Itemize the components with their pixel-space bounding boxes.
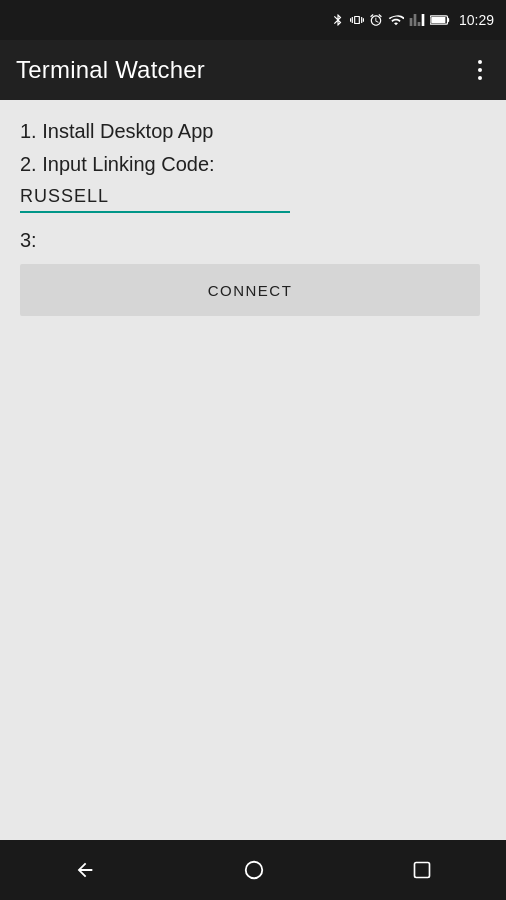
svg-rect-2 [431, 17, 445, 23]
status-icons: 10:29 [331, 12, 494, 28]
status-time: 10:29 [459, 12, 494, 28]
app-bar: Terminal Watcher [0, 40, 506, 100]
app-title: Terminal Watcher [16, 56, 205, 84]
bluetooth-icon [331, 12, 345, 28]
status-bar: 10:29 [0, 0, 506, 40]
back-icon [74, 859, 96, 881]
step3-label: 3: [20, 229, 486, 252]
home-icon [243, 859, 265, 881]
linking-code-section: 2. Input Linking Code: [20, 153, 486, 213]
alarm-icon [369, 12, 383, 28]
wifi-icon [388, 12, 404, 28]
back-button[interactable] [50, 851, 120, 889]
overflow-dot-1 [478, 60, 482, 64]
code-input-wrapper [20, 182, 290, 213]
overflow-dot-3 [478, 76, 482, 80]
signal-icon [409, 12, 425, 28]
nav-bar [0, 840, 506, 900]
connect-button[interactable]: CONNECT [20, 264, 480, 316]
overflow-menu-button[interactable] [470, 52, 490, 88]
svg-rect-4 [415, 863, 430, 878]
vibrate-icon [350, 12, 364, 28]
battery-icon [430, 13, 450, 27]
recents-button[interactable] [388, 852, 456, 888]
linking-code-input[interactable] [20, 182, 290, 213]
recents-icon [412, 860, 432, 880]
svg-point-3 [246, 862, 263, 879]
home-button[interactable] [219, 851, 289, 889]
svg-rect-1 [447, 18, 449, 22]
step1-text: 1. Install Desktop App [20, 120, 486, 143]
step2-text: 2. Input Linking Code: [20, 153, 486, 176]
connect-button-label: CONNECT [208, 282, 293, 299]
main-content: 1. Install Desktop App 2. Input Linking … [0, 100, 506, 840]
overflow-dot-2 [478, 68, 482, 72]
